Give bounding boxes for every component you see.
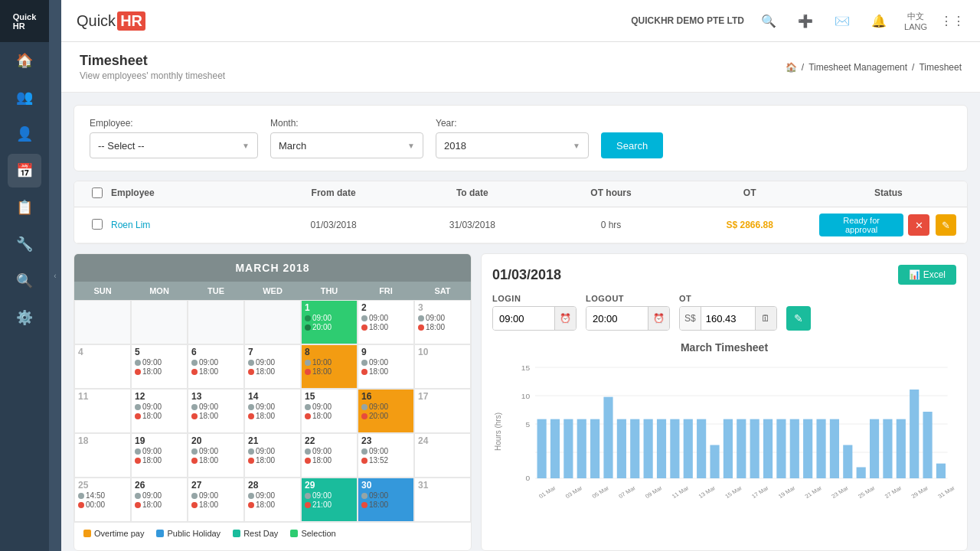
search-button[interactable]: Search	[601, 132, 663, 158]
chart-bar-13	[710, 445, 719, 479]
cal-date-3: 3	[418, 302, 467, 313]
cal-logout-8: 18:00	[305, 367, 354, 376]
cal-logout-20: 18:00	[191, 456, 240, 465]
cal-cell-7[interactable]: 709:0018:00	[244, 344, 301, 389]
edit-button[interactable]: ✎	[936, 214, 956, 236]
chart-x-label-4: 05 Mar	[590, 484, 610, 500]
mail-icon[interactable]: ✉️	[830, 8, 854, 33]
sidebar-item-calendar[interactable]: 📅	[8, 154, 41, 187]
cal-cell-21[interactable]: 2109:0018:00	[244, 433, 301, 478]
chart-bar-15	[737, 419, 746, 478]
legend-label-holiday: Public Holiday	[167, 529, 220, 538]
excel-button[interactable]: 📊 Excel	[898, 265, 956, 285]
calendar-panel: MARCH 2018 SUN MON TUE WED THU FRI SAT 1…	[74, 253, 472, 551]
filter-bar: Employee: -- Select -- ▼ Month: March ▼ …	[74, 105, 968, 171]
year-select[interactable]: 2018 ▼	[436, 132, 589, 158]
topbar: QuickHR QUICKHR DEMO PTE LTD 🔍 ➕ ✉️ 🔔 中文…	[61, 0, 980, 42]
cal-logout-30: 18:00	[361, 500, 410, 509]
edit-btn-group: ✎	[786, 294, 811, 331]
cal-cell-12[interactable]: 1209:0018:00	[131, 389, 188, 433]
cal-cell-29[interactable]: 2909:0021:00	[301, 478, 358, 522]
logout-input[interactable]	[586, 307, 648, 330]
month-select[interactable]: March ▼	[270, 132, 423, 158]
employee-select[interactable]: -- Select -- ▼	[90, 132, 258, 158]
cal-cell-3[interactable]: 309:0018:00	[414, 300, 471, 344]
cal-cell-17[interactable]: 17	[414, 389, 471, 433]
login-input[interactable]	[493, 307, 554, 330]
sidebar-item-settings[interactable]: ⚙️	[8, 301, 41, 334]
cal-cell-28[interactable]: 2809:0018:00	[244, 478, 301, 522]
ot-input[interactable]	[701, 307, 755, 330]
cal-cell-1[interactable]: 109:0020:00	[301, 300, 358, 344]
edit-confirm-button[interactable]: ✎	[786, 306, 811, 331]
chart-bar-7	[630, 419, 639, 478]
cal-cell-10[interactable]: 10	[414, 344, 471, 389]
logout-time: 18:00	[199, 412, 218, 420]
login-time: 09:00	[142, 447, 162, 455]
login-time: 09:00	[256, 403, 275, 411]
row-checkbox[interactable]	[92, 219, 103, 230]
breadcrumb-home-icon[interactable]: 🏠	[786, 62, 797, 73]
cal-cell-22[interactable]: 2209:0018:00	[301, 433, 358, 478]
cal-cell-25[interactable]: 2514:5000:00	[74, 478, 131, 522]
cal-cell-11[interactable]: 11	[74, 389, 131, 433]
to-date: 31/03/2018	[403, 220, 541, 230]
cal-cell-24[interactable]: 24	[414, 433, 471, 478]
bell-icon[interactable]: 🔔	[867, 8, 891, 33]
cal-cell-26[interactable]: 2609:0018:00	[131, 478, 188, 522]
cal-login-1: 09:00	[305, 314, 354, 322]
cal-cell-27[interactable]: 2709:0018:00	[188, 478, 244, 522]
col-employee: Employee	[111, 187, 264, 201]
cal-date-12: 12	[135, 391, 184, 402]
chart-x-label-10: 11 Mar	[671, 484, 691, 500]
employee-filter-group: Employee: -- Select -- ▼	[90, 118, 258, 158]
cal-cell-4[interactable]: 4	[74, 344, 131, 389]
cal-cell-23[interactable]: 2309:0013:52	[358, 433, 414, 478]
sidebar-item-tools[interactable]: 🔧	[8, 227, 41, 261]
cal-cell-13[interactable]: 1309:0018:00	[188, 389, 244, 433]
sidebar-item-home[interactable]: 🏠	[8, 44, 41, 77]
cal-date-16: 16	[361, 391, 410, 402]
login-dot	[248, 360, 254, 366]
cal-cell-5[interactable]: 509:0018:00	[131, 344, 188, 389]
cal-cell-15[interactable]: 1509:0018:00	[301, 389, 358, 433]
sidebar-item-search[interactable]: 🔍	[8, 264, 41, 298]
delete-button[interactable]: ✕	[908, 214, 929, 236]
cal-cell-31[interactable]: 31	[414, 478, 471, 522]
ot-calc-btn[interactable]: 🗓	[755, 307, 776, 330]
cal-cell-19[interactable]: 1909:0018:00	[131, 433, 188, 478]
login-time-btn[interactable]: ⏰	[554, 307, 576, 330]
cal-cell-6[interactable]: 609:0018:00	[188, 344, 244, 389]
lang-icon[interactable]: 中文LANG	[903, 8, 928, 33]
add-icon[interactable]: ➕	[793, 8, 818, 33]
sidebar-item-team[interactable]: 👥	[8, 80, 41, 114]
sidebar-item-reports[interactable]: 📋	[8, 191, 41, 224]
cal-cell-14[interactable]: 1409:0018:00	[244, 389, 301, 433]
employee-name[interactable]: Roen Lim	[111, 220, 264, 230]
cal-cell-18[interactable]: 18	[74, 433, 131, 478]
cal-date-29: 29	[305, 480, 354, 491]
logout-time-btn[interactable]: ⏰	[648, 307, 669, 330]
cal-cell-30[interactable]: 3009:0018:00	[358, 478, 414, 522]
cal-cell-8[interactable]: 810:0018:00	[301, 344, 358, 389]
status-badge: Ready for approval	[819, 214, 904, 236]
select-all-checkbox[interactable]	[92, 187, 103, 198]
cal-cell-2[interactable]: 209:0018:00	[358, 300, 414, 344]
login-time: 09:00	[142, 491, 162, 500]
cal-date-11: 11	[78, 391, 127, 402]
year-label: Year:	[436, 118, 589, 129]
legend-label-overtime: Overtime pay	[94, 529, 144, 538]
apps-icon[interactable]: ⋮⋮	[940, 8, 965, 33]
cal-cell-20[interactable]: 2009:0018:00	[188, 433, 244, 478]
sidebar-item-user[interactable]: 👤	[8, 117, 41, 151]
login-group: LOGIN ⏰	[492, 294, 577, 331]
cal-login-14: 09:00	[248, 403, 297, 411]
logo-quick: Quick	[77, 12, 116, 30]
logout-dot	[191, 369, 198, 375]
logout-time: 13:52	[369, 456, 388, 465]
cal-logout-23: 13:52	[361, 456, 410, 465]
search-icon[interactable]: 🔍	[756, 8, 781, 33]
sidebar-collapse[interactable]: ‹	[49, 0, 61, 551]
cal-cell-9[interactable]: 909:0018:00	[358, 344, 414, 389]
cal-cell-16[interactable]: 1609:0020:00	[358, 389, 414, 433]
